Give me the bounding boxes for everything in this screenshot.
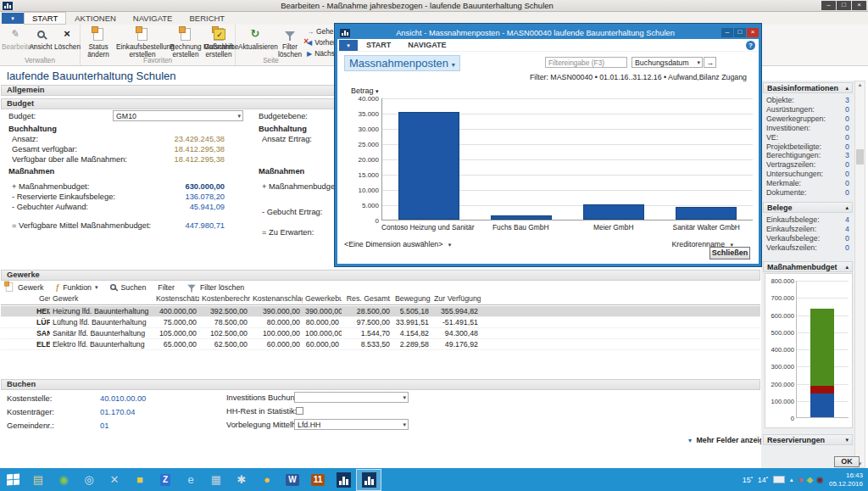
- column-header[interactable]: Gewerkebud...: [303, 294, 342, 304]
- gebuchter-aufwand-segment[interactable]: [810, 386, 834, 393]
- filter-loeschen-button[interactable]: × Filter löschen: [274, 26, 306, 59]
- fasttab-gewerke[interactable]: Gewerke: [1, 270, 760, 281]
- app-menu-button[interactable]: ▾: [339, 40, 358, 51]
- table-row[interactable]: HEIZHeizung lfd. Bauunterhaltung400.000,…: [1, 306, 760, 317]
- funktion-toolbar-button[interactable]: Funktion: [63, 283, 92, 292]
- column-header[interactable]: Kostenberechnung: [199, 294, 250, 304]
- apply-filter-button[interactable]: →: [704, 57, 716, 68]
- maximize-icon[interactable]: □: [734, 28, 746, 37]
- bearbeiten-button[interactable]: ✎ Bearbeiten: [2, 26, 27, 51]
- filter-toolbar-button[interactable]: Filter: [158, 283, 175, 292]
- fasttab-buchen[interactable]: Buchen: [1, 379, 760, 390]
- schliessen-button[interactable]: Schließen: [709, 247, 750, 259]
- word-icon[interactable]: W: [280, 469, 305, 491]
- reservierte-einkaufsbelege-segment[interactable]: [810, 393, 834, 417]
- massnahmenbudget-value[interactable]: 630.000,00: [127, 182, 225, 191]
- dynamics-nav-icon[interactable]: [331, 469, 356, 491]
- overlay-page-title[interactable]: Massnahmenposten ▾: [344, 55, 460, 71]
- column-header[interactable]: Zur Verfügung: [431, 294, 481, 304]
- tab-aktionen[interactable]: AKTIONEN: [66, 12, 125, 25]
- vorbelegung-combobox[interactable]: Lfd.HH ▾: [294, 419, 409, 430]
- mehr-felder-link[interactable]: ▾ Mehr Felder anzeigen: [688, 436, 772, 444]
- internet-explorer-icon[interactable]: e: [178, 469, 203, 491]
- overlay-tab-start[interactable]: START: [358, 39, 399, 52]
- tray-icon-3[interactable]: ◉: [816, 476, 824, 484]
- verfuegbare-mittel-value[interactable]: 447.980,71: [127, 221, 225, 230]
- massnahme-button[interactable]: ✓ Maßnahme: [203, 26, 236, 51]
- status-aendern-button[interactable]: Status ändern: [81, 26, 115, 59]
- bar[interactable]: [491, 215, 552, 220]
- search-app-icon[interactable]: ◎: [76, 469, 102, 491]
- gewerk-toolbar-button[interactable]: Gewerk: [18, 283, 43, 292]
- start-button[interactable]: [0, 469, 25, 491]
- bar[interactable]: [676, 207, 737, 220]
- help-icon[interactable]: ?: [746, 41, 755, 50]
- factbox-reservierungen-header[interactable]: Reservierungen ▾: [763, 434, 853, 445]
- table-row[interactable]: ELEKTROElektro lfd. Bauunterhaltung65.00…: [1, 339, 760, 350]
- taskbar-clock[interactable]: 16:43 05.12.2016: [829, 471, 863, 488]
- close-icon[interactable]: ×: [852, 1, 866, 10]
- app-menu-button[interactable]: ▾: [2, 13, 24, 24]
- user-app-icon[interactable]: ●: [254, 469, 280, 491]
- verfuegbar-alle-value[interactable]: 18.412.295,38: [127, 155, 225, 164]
- factbox-scrollbar[interactable]: ▴ ▾: [854, 81, 865, 468]
- media-app-icon[interactable]: ◉: [51, 469, 76, 491]
- scroll-up-icon[interactable]: ▴: [855, 81, 865, 88]
- z-app-icon[interactable]: Z: [153, 469, 178, 491]
- einkaufsbestellung-button[interactable]: Einkaufsbestellung erstellen: [116, 26, 169, 59]
- filter-input[interactable]: [545, 57, 627, 68]
- tagged-app-icon[interactable]: 11: [305, 469, 331, 491]
- bar[interactable]: [583, 204, 644, 220]
- kostenstelle-value[interactable]: 40.010.00.00: [100, 394, 146, 403]
- tray-icon-2[interactable]: ◆: [807, 476, 814, 484]
- tray-expand-icon[interactable]: ▴: [790, 477, 793, 483]
- column-header[interactable]: Gewerk: [50, 294, 153, 304]
- column-header[interactable]: Gewerk... ▴: [1, 294, 50, 304]
- kostentraeger-value[interactable]: 01.170.04: [100, 408, 135, 416]
- dynamics-nav-active-icon[interactable]: [356, 469, 381, 491]
- suchen-toolbar-button[interactable]: Suchen: [120, 283, 146, 292]
- tab-bericht[interactable]: BERICHT: [181, 12, 233, 25]
- dimension-selector-left[interactable]: <Eine Dimension auswählen> ▾: [344, 240, 451, 248]
- bar[interactable]: [398, 112, 459, 220]
- ansicht-button[interactable]: Ansicht: [28, 26, 53, 51]
- tab-start[interactable]: START: [24, 12, 66, 25]
- table-row[interactable]: SANISanitär lfd. Bauunterhaltung105.000,…: [1, 328, 760, 339]
- column-header[interactable]: Bewegung: [392, 294, 431, 304]
- verf-gbare-mittel-segment[interactable]: [810, 309, 834, 386]
- gebuchter-aufwand-value[interactable]: 45.941,09: [127, 203, 225, 211]
- investitions-combobox[interactable]: ▾: [294, 392, 409, 403]
- rechnung-button[interactable]: Rechnung erstellen: [170, 26, 202, 59]
- minimize-icon[interactable]: –: [721, 28, 733, 37]
- tools-app-icon[interactable]: ✕: [102, 469, 127, 491]
- budget-combobox[interactable]: GM10 ▾: [113, 110, 243, 121]
- filter-field-combobox[interactable]: Buchungsdatum ▾: [632, 57, 703, 68]
- file-explorer-icon[interactable]: ▤: [25, 469, 51, 491]
- y-axis-caption[interactable]: Betrag ▾: [351, 86, 379, 95]
- hh-rest-checkbox[interactable]: [296, 407, 303, 415]
- maximize-icon[interactable]: □: [837, 1, 851, 10]
- reservierte-value[interactable]: 136.078,20: [127, 192, 225, 201]
- gesamt-verfuegbar-value[interactable]: 18.412.295,38: [127, 145, 225, 153]
- keyboard-icon[interactable]: [773, 476, 785, 483]
- tab-navigate[interactable]: NAVIGATE: [125, 12, 181, 25]
- gemeindenr-value[interactable]: 01: [100, 421, 108, 430]
- ansatz-value[interactable]: 23.429.245,38: [127, 135, 225, 143]
- column-header[interactable]: Kostenschätzung: [153, 294, 199, 304]
- table-row[interactable]: LÜFTLüftung lfd. Bauunterhaltung75.000,0…: [1, 317, 760, 328]
- settings-gears-icon[interactable]: ✱: [229, 469, 254, 491]
- minimize-icon[interactable]: –: [821, 1, 836, 10]
- factbox-massnahmenbudget-header[interactable]: Maßnahmenbudget ▴: [763, 261, 853, 272]
- factbox-basisinformationen-header[interactable]: Basisinformationen ▴: [763, 82, 853, 93]
- factbox-belege-header[interactable]: Belege ▴: [763, 202, 853, 213]
- scrollbar-thumb[interactable]: [856, 149, 864, 165]
- tray-icon-1[interactable]: ●: [798, 476, 803, 484]
- ok-button[interactable]: OK: [834, 456, 860, 467]
- column-header[interactable]: Res. Gesamt: [342, 294, 392, 304]
- close-icon[interactable]: ×: [747, 28, 759, 37]
- remote-desktop-icon[interactable]: ▦: [203, 469, 229, 491]
- loeschen-button[interactable]: × Löschen: [54, 26, 80, 51]
- overlay-tab-navigate[interactable]: NAVIGATE: [399, 39, 454, 52]
- column-header[interactable]: Kostenanschlag: [250, 294, 303, 304]
- folder-app-icon[interactable]: ■: [127, 469, 153, 491]
